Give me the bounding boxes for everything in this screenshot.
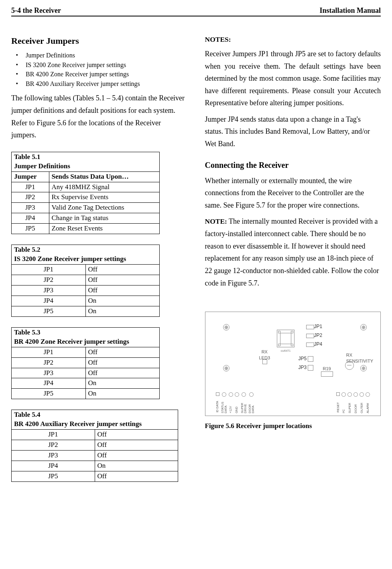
pin-row-right: RESET I²C SUPER DOOR OUTER ALARM (336, 392, 370, 413)
pin: ID DATA (216, 392, 219, 413)
notes-label: NOTES: (205, 35, 381, 45)
antenna-connector-icon (277, 330, 295, 347)
table-title-1: Table 5.2 (14, 246, 41, 253)
table-title-2: IS 3200 Zone Receiver jumper settings (14, 255, 126, 263)
pin: RESET (336, 392, 340, 413)
figure-label-r19: R19 (323, 366, 331, 372)
table-title-1: Table 5.4 (14, 411, 41, 418)
table-row: JP5Off (12, 471, 178, 481)
left-column: Receiver Jumpers Jumper Definitions IS 3… (11, 35, 187, 482)
figure-label-ant1: ANT1 (281, 349, 291, 353)
note-body: The internally mounted Receiver is provi… (205, 217, 379, 287)
figure-label-jp4: JP4 (305, 341, 323, 347)
pin: I²C (341, 392, 346, 413)
table-row: JP1Off (12, 265, 160, 275)
connect-para: Whether internally or externally mounted… (205, 175, 381, 212)
page-header: 5-4 the Receiver Installation Manual (11, 6, 381, 16)
table-title-1: Table 5.3 (14, 328, 41, 336)
list-item-label: IS 3200 Zone Receiver jumper settings (26, 61, 126, 68)
list-item: Jumper Definitions (20, 51, 187, 60)
table-title-2: BR 4200 Auxiliary Receiver jumper settin… (14, 420, 142, 428)
header-right: Installation Manual (319, 6, 381, 15)
table-row: JP3Off (12, 368, 160, 378)
figure-caption: Figure 5.6 Receiver jumper locations (205, 422, 381, 431)
list-item: BR 4200 Zone Receiver jumper settings (20, 70, 187, 79)
table-row: JP2Off (12, 357, 160, 368)
section-title-receiver-jumpers: Receiver Jumpers (11, 35, 187, 47)
table-title-2: BR 4200 Zone Receiver jumper settings (14, 338, 129, 345)
note-paragraph: NOTE: The internally mounted Receiver is… (205, 215, 381, 289)
right-column: NOTES: Receiver Jumpers JP1 through JP5 … (205, 35, 381, 482)
list-item-label: BR 4200 Zone Receiver jumper settings (26, 71, 129, 77)
note-label: NOTE: (205, 217, 227, 225)
figure-label-jp2: JP2 (305, 332, 323, 339)
table-row: JP5On (12, 389, 160, 399)
pin-row-left: ID DATA STATUS DATA +12V GND SUPER DRIVE… (216, 392, 254, 413)
list-item: BR 4200 Auxiliary Receiver jumper settin… (20, 80, 187, 88)
table-row: JP5Zone Reset Events (12, 224, 160, 234)
table-title-2: Jumper Definitions (14, 162, 70, 170)
figure-receiver-board: ⊕ ⊕ ⊕ ⊕ JP1 JP2 JP4 JP5 JP3 ANT1 RX LED3… (205, 312, 381, 416)
figure-label-jp3: JP3 (299, 364, 314, 371)
table-row: JP4On (12, 461, 178, 471)
table-5-2: Table 5.2 IS 3200 Zone Receiver jumper s… (11, 245, 160, 317)
pin: +12V (229, 392, 233, 413)
list-item: IS 3200 Zone Receiver jumper settings (20, 61, 187, 69)
table-row: JP1Off (12, 430, 178, 440)
table-row: JP2Off (12, 440, 178, 451)
potentiometer-icon (345, 361, 354, 370)
col-head-jumper: Jumper (12, 171, 49, 182)
resistor-icon (321, 371, 333, 377)
mounting-hole-icon: ⊕ (360, 324, 367, 330)
table-row: JP4On (12, 296, 160, 306)
table-5-1: Table 5.1 Jumper Definitions JumperSends… (11, 152, 160, 235)
mounting-hole-icon: ⊕ (223, 324, 230, 330)
table-row: JP5On (12, 306, 160, 316)
pin: OUTER (360, 392, 364, 413)
pin: SUPER DRIVE (241, 392, 247, 413)
notes-para-1: Receiver Jumpers JP1 through JP5 are set… (205, 48, 381, 109)
table-title-1: Table 5.1 (14, 153, 41, 161)
table-5-4: Table 5.4 BR 4200 Auxiliary Receiver jum… (11, 410, 178, 482)
table-row: JP4On (12, 378, 160, 389)
pin: DOOR (353, 392, 358, 413)
table-row: JP2Rx Supervise Events (12, 192, 160, 203)
mounting-hole-icon: ⊕ (223, 365, 230, 371)
pin: DOOR DATA (248, 392, 254, 413)
table-5-3: Table 5.3 BR 4200 Zone Receiver jumper s… (11, 327, 160, 400)
table-row: JP1Any 418MHZ Signal (12, 182, 160, 192)
pin: SUPER (347, 392, 352, 413)
pin: ALARM (366, 392, 370, 413)
list-item-label: Jumper Definitions (26, 52, 75, 59)
figure-label-jp1: JP1 (305, 323, 323, 330)
pin: GND (235, 392, 239, 413)
notes-para-2: Jumper JP4 sends status data upon a chan… (205, 113, 381, 150)
table-row: JP3Off (12, 451, 178, 461)
table-row: JP2Off (12, 275, 160, 286)
col-head-status: Sends Status Data Upon… (49, 171, 160, 182)
bullet-list: Jumper Definitions IS 3200 Zone Receiver… (11, 51, 187, 88)
pin: STATUS DATA (221, 392, 227, 413)
header-left: 5-4 the Receiver (11, 6, 61, 15)
table-row: JP3Valid Zone Tag Detections (12, 203, 160, 213)
table-row: JP1Off (12, 347, 160, 357)
table-row: JP3Off (12, 285, 160, 296)
table-row: JP4Change in Tag status (12, 213, 160, 224)
figure-label-jp5: JP5 (299, 355, 314, 362)
mounting-hole-icon: ⊕ (360, 365, 367, 371)
section-title-connecting: Connecting the Receiver (205, 160, 381, 171)
intro-paragraph: The following tables (Tables 5.1 – 5.4) … (11, 92, 187, 141)
led-icon (262, 359, 267, 364)
list-item-label: BR 4200 Auxiliary Receiver jumper settin… (26, 80, 140, 87)
